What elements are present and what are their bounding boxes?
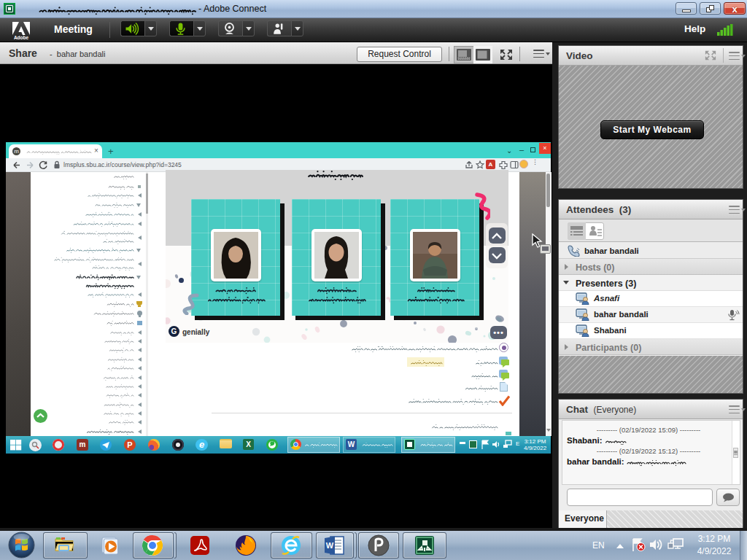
svg-text:W: W (326, 541, 334, 550)
svg-text:Adobe: Adobe (14, 35, 29, 40)
